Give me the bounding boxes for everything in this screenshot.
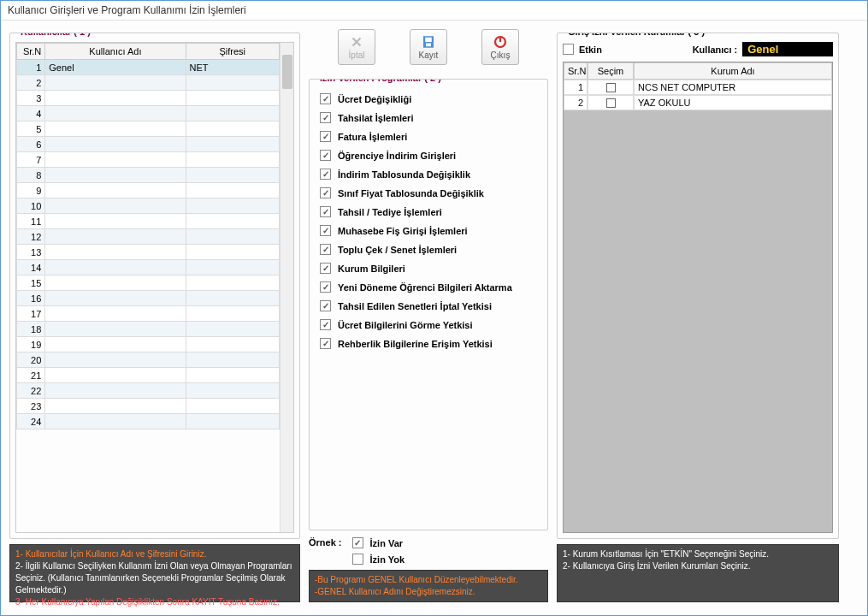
cell-pwd[interactable] (186, 245, 280, 260)
program-checkbox[interactable] (320, 206, 331, 217)
cell-pwd[interactable] (186, 260, 280, 275)
table-row[interactable]: 12 (17, 229, 280, 245)
cell-pwd[interactable] (186, 399, 280, 414)
program-checkbox[interactable] (320, 225, 331, 236)
table-row[interactable]: 23 (17, 399, 280, 414)
cell-name[interactable] (45, 198, 186, 214)
cell-name[interactable]: Genel (45, 60, 186, 75)
cell-name[interactable] (45, 214, 186, 229)
users-table-scroll[interactable]: Sr.N Kullanıcı Adı Şifresi 1GenelNET2345… (16, 43, 280, 532)
cell-name[interactable] (45, 152, 186, 168)
table-row[interactable]: 2 (17, 75, 280, 91)
cell-name[interactable] (45, 245, 186, 260)
cell-pwd[interactable] (186, 91, 280, 106)
cell-name[interactable] (45, 352, 186, 368)
program-checkbox[interactable] (320, 338, 331, 349)
inst-row[interactable]: 2YAZ OKULU (564, 95, 832, 110)
table-row[interactable]: 18 (17, 322, 280, 337)
table-row[interactable]: 7 (17, 152, 280, 168)
table-row[interactable]: 6 (17, 137, 280, 152)
exit-button[interactable]: Çıkış (481, 29, 519, 65)
program-checkbox[interactable] (320, 112, 331, 123)
program-checkbox[interactable] (320, 319, 331, 330)
table-row[interactable]: 22 (17, 383, 280, 399)
program-checkbox[interactable] (320, 169, 331, 180)
cell-name[interactable] (45, 121, 186, 137)
cell-name[interactable] (45, 106, 186, 121)
cell-name[interactable] (45, 337, 186, 352)
cell-name[interactable] (45, 368, 186, 383)
program-checkbox[interactable] (320, 281, 331, 293)
table-row[interactable]: 10 (17, 198, 280, 214)
table-row[interactable]: 14 (17, 260, 280, 275)
cell-name[interactable] (45, 183, 186, 198)
users-scrollbar[interactable] (280, 43, 293, 532)
cell-pwd[interactable] (186, 414, 280, 429)
active-checkbox[interactable] (563, 44, 574, 55)
cell-pwd[interactable] (186, 183, 280, 198)
program-checkbox[interactable] (320, 93, 331, 104)
cell-pwd[interactable] (186, 121, 280, 137)
program-checkbox[interactable] (320, 150, 331, 161)
table-row[interactable]: 1GenelNET (17, 60, 280, 75)
cell-pwd[interactable] (186, 368, 280, 383)
program-checkbox[interactable] (320, 244, 331, 255)
cell-name[interactable] (45, 91, 186, 106)
cell-name[interactable] (45, 229, 186, 245)
cell-pwd[interactable] (186, 214, 280, 229)
cell-name[interactable] (45, 414, 186, 429)
save-button[interactable]: Kayıt (410, 29, 447, 65)
inst-row[interactable]: 1NCS NET COMPUTER (564, 80, 832, 95)
cell-pwd[interactable] (186, 291, 280, 306)
cell-pwd[interactable] (186, 198, 280, 214)
cell-name[interactable] (45, 137, 186, 152)
cell-pwd[interactable] (186, 168, 280, 183)
cell-name[interactable] (45, 260, 186, 275)
cell-name[interactable] (45, 383, 186, 399)
inst-select-box[interactable] (606, 98, 616, 108)
cell-pwd[interactable] (186, 75, 280, 91)
hints-left: 1- Kullanıcılar İçin Kullanıcı Adı ve Şi… (9, 544, 300, 602)
table-row[interactable]: 21 (17, 368, 280, 383)
table-row[interactable]: 20 (17, 352, 280, 368)
cell-pwd[interactable] (186, 337, 280, 352)
table-row[interactable]: 13 (17, 245, 280, 260)
table-row[interactable]: 8 (17, 168, 280, 183)
table-row[interactable]: 15 (17, 275, 280, 291)
cell-pwd[interactable] (186, 275, 280, 291)
cell-pwd[interactable]: NET (186, 60, 280, 75)
cell-name[interactable] (45, 75, 186, 91)
program-checkbox[interactable] (320, 263, 331, 274)
table-row[interactable]: 16 (17, 291, 280, 306)
cell-pwd[interactable] (186, 137, 280, 152)
cell-pwd[interactable] (186, 383, 280, 399)
inst-cell-sec[interactable] (588, 95, 634, 110)
table-row[interactable]: 3 (17, 91, 280, 106)
inst-select-box[interactable] (606, 83, 616, 92)
cell-pwd[interactable] (186, 152, 280, 168)
table-row[interactable]: 11 (17, 214, 280, 229)
cell-name[interactable] (45, 322, 186, 337)
table-row[interactable]: 19 (17, 337, 280, 352)
table-row[interactable]: 4 (17, 106, 280, 121)
cell-name[interactable] (45, 275, 186, 291)
cell-pwd[interactable] (186, 352, 280, 368)
cell-pwd[interactable] (186, 322, 280, 337)
inst-cell-sec[interactable] (588, 80, 634, 95)
program-checkbox[interactable] (320, 187, 331, 198)
table-row[interactable]: 9 (17, 183, 280, 198)
program-checkbox[interactable] (320, 300, 331, 311)
cell-name[interactable] (45, 399, 186, 414)
cell-name[interactable] (45, 306, 186, 322)
table-row[interactable]: 24 (17, 414, 280, 429)
cell-pwd[interactable] (186, 306, 280, 322)
cell-name[interactable] (45, 168, 186, 183)
table-row[interactable]: 17 (17, 306, 280, 322)
users-table-wrap: Sr.N Kullanıcı Adı Şifresi 1GenelNET2345… (15, 42, 294, 533)
cell-pwd[interactable] (186, 229, 280, 245)
table-row[interactable]: 5 (17, 121, 280, 137)
program-checkbox[interactable] (320, 131, 331, 142)
cancel-button[interactable]: İptal (338, 29, 375, 65)
cell-pwd[interactable] (186, 106, 280, 121)
cell-name[interactable] (45, 291, 186, 306)
